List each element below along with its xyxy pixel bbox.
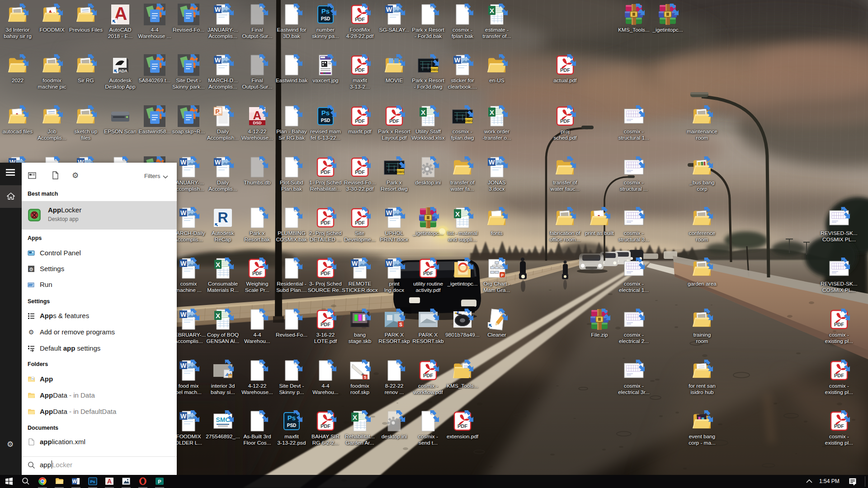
svg-text:W: W [386,6,392,13]
svg-text:PDF: PDF [834,322,844,327]
svg-text:W: W [180,362,187,369]
svg-text:DWG: DWG [396,170,405,174]
svg-text:A: A [107,478,112,485]
svg-text:PDF: PDF [321,423,330,429]
svg-text:X: X [490,7,494,14]
svg-text:⚙: ⚙ [29,267,33,272]
svg-text:PDF: PDF [355,220,365,225]
svg-text:W: W [180,311,187,318]
svg-text:W: W [180,159,187,166]
svg-text:PSD: PSD [287,423,297,428]
svg-text:W: W [215,6,221,13]
svg-text:X: X [490,108,494,116]
svg-text:PDF: PDF [834,423,844,429]
svg-text:W: W [180,413,187,420]
svg-text:PDF: PDF [560,67,570,73]
svg-text:W: W [352,260,358,267]
svg-text:X: X [455,210,460,218]
svg-text:PDF: PDF [355,67,365,73]
svg-text:ADA: ADA [118,69,127,73]
svg-text:PDF: PDF [560,118,570,124]
svg-text:PDF: PDF [321,220,330,225]
svg-text:X: X [421,108,425,116]
svg-text:S: S [399,322,402,327]
svg-text:⚙: ⚙ [28,328,34,336]
svg-text:A: A [253,108,262,122]
svg-text:X: X [216,312,220,319]
svg-text:X: X [216,261,220,268]
svg-text:Ps: Ps [288,414,296,422]
svg-text:W: W [215,159,221,166]
svg-text:W: W [180,209,187,216]
svg-text:PDF: PDF [458,423,467,429]
svg-text:W: W [489,159,495,166]
svg-text:PDF: PDF [355,17,365,22]
svg-text:P: P [158,479,161,484]
svg-text:W: W [215,56,221,64]
svg-text:DSD: DSD [253,121,262,125]
svg-text:W: W [454,56,461,64]
svg-text:SMC: SMC [216,416,230,423]
svg-text:DWG: DWG [465,119,473,122]
svg-text:DWG: DWG [430,68,439,71]
svg-text:10: 10 [229,375,232,378]
svg-text:P: P [501,273,504,277]
svg-text:W: W [386,260,392,267]
svg-text:PDF: PDF [423,271,433,276]
svg-text:X: X [353,413,357,421]
svg-text:PSD: PSD [321,16,330,21]
svg-text:PDF: PDF [355,118,365,124]
svg-text:PDF: PDF [321,169,330,175]
svg-text:PSD: PSD [321,118,330,123]
svg-text:PDF: PDF [321,271,330,276]
svg-text:Ps: Ps [90,479,95,484]
svg-text:W: W [180,260,187,267]
svg-text:PDF: PDF [389,118,399,124]
svg-text:R: R [217,209,228,225]
svg-text:PDF: PDF [252,271,262,276]
svg-text:PDF: PDF [423,373,433,378]
svg-text:PDF: PDF [355,169,365,175]
svg-text:W: W [72,479,77,484]
svg-text:Ps: Ps [321,7,330,15]
svg-text:W: W [386,209,392,216]
svg-text:PDF: PDF [834,373,844,378]
svg-text:PDF: PDF [321,322,330,327]
svg-text:S: S [363,375,366,380]
svg-text:Ps: Ps [321,109,330,117]
